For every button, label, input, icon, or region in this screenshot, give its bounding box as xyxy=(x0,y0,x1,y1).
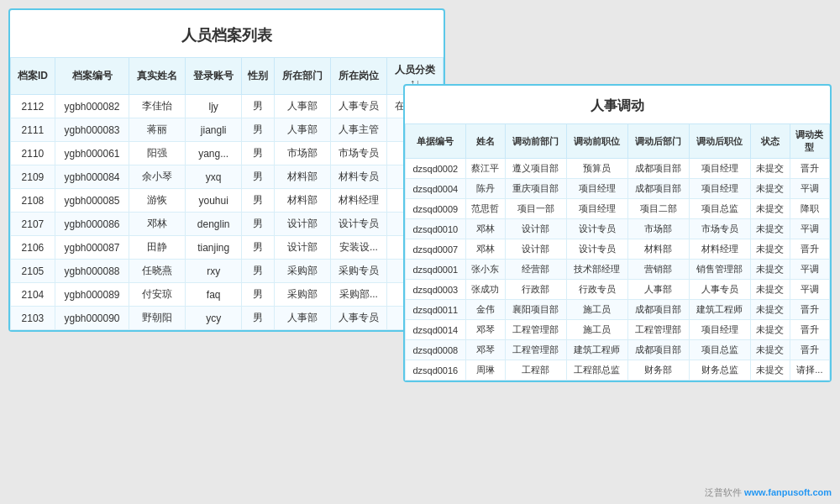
col-to-pos: 调动后职位 xyxy=(689,124,750,159)
transfer-to-pos: 项目总监 xyxy=(689,199,750,219)
archive-account: rxy xyxy=(186,260,242,283)
archive-row[interactable]: 2108 ygbh000085 游恢 youhui 男 材料部 材料经理 xyxy=(11,189,444,213)
transfer-to-pos: 项目经理 xyxy=(689,159,750,179)
transfer-name[interactable]: 周琳 xyxy=(465,360,505,381)
archive-row[interactable]: 2103 ygbh000090 野朝阳 ycy 男 人事部 人事专员 xyxy=(11,307,444,330)
transfer-row[interactable]: dzsqd0004 陈丹 重庆项目部 项目经理 成都项目部 项目经理 未提交 平… xyxy=(406,179,830,199)
transfer-from-pos: 工程部总监 xyxy=(566,360,627,381)
transfer-status: 未提交 xyxy=(750,199,790,219)
transfer-row[interactable]: dzsqd0011 金伟 襄阳项目部 施工员 成都项目部 建筑工程师 未提交 晋… xyxy=(406,300,830,320)
transfer-doc-id[interactable]: dzsqd0008 xyxy=(406,340,466,360)
transfer-row[interactable]: dzsqd0003 张成功 行政部 行政专员 人事部 人事专员 未提交 平调 xyxy=(406,280,830,300)
transfer-type: 晋升 xyxy=(790,159,829,179)
watermark-url: www.fanpusoft.com xyxy=(744,487,832,497)
archive-dept: 采购部 xyxy=(274,283,330,307)
transfer-row[interactable]: dzsqd0007 邓林 设计部 设计专员 材料部 材料经理 未提交 晋升 xyxy=(406,239,830,260)
col-transfer-type: 调动类型 xyxy=(790,124,829,159)
transfer-type: 平调 xyxy=(790,219,829,239)
col-doc-id: 单据编号 xyxy=(406,124,466,159)
col-from-pos: 调动前职位 xyxy=(566,124,627,159)
archive-dept: 人事部 xyxy=(274,118,330,142)
transfer-row[interactable]: dzsqd0008 邓琴 工程管理部 建筑工程师 成都项目部 项目总监 未提交 … xyxy=(406,340,830,360)
transfer-doc-id[interactable]: dzsqd0011 xyxy=(406,300,466,320)
archive-position: 材料专员 xyxy=(330,165,386,189)
archive-name[interactable]: 田静 xyxy=(129,236,186,260)
archive-code: ygbh000083 xyxy=(55,118,129,142)
transfer-to-dept: 成都项目部 xyxy=(627,300,689,320)
archive-name[interactable]: 余小琴 xyxy=(129,165,186,189)
archive-name[interactable]: 付安琼 xyxy=(129,283,186,307)
transfer-doc-id[interactable]: dzsqd0014 xyxy=(406,320,466,340)
archive-row[interactable]: 2112 ygbh000082 李佳怡 ljy 男 人事部 人事专员 在职人员 xyxy=(11,95,444,118)
archive-position: 采购部... xyxy=(330,283,386,307)
archive-name[interactable]: 阳强 xyxy=(129,142,186,165)
transfer-doc-id[interactable]: dzsqd0002 xyxy=(406,159,466,179)
transfer-name[interactable]: 金伟 xyxy=(465,300,505,320)
archive-id: 2109 xyxy=(11,165,55,189)
archive-name[interactable]: 任晓燕 xyxy=(129,260,186,283)
transfer-name[interactable]: 张成功 xyxy=(465,280,505,300)
transfer-row[interactable]: dzsqd0014 邓琴 工程管理部 施工员 工程管理部 项目经理 未提交 晋升 xyxy=(406,320,830,340)
transfer-row[interactable]: dzsqd0010 邓林 设计部 设计专员 市场部 市场专员 未提交 平调 xyxy=(406,219,830,239)
transfer-doc-id[interactable]: dzsqd0009 xyxy=(406,199,466,219)
archive-account: yang... xyxy=(186,142,242,165)
archive-dept: 人事部 xyxy=(274,95,330,118)
transfer-from-dept: 工程管理部 xyxy=(505,320,566,340)
archive-row[interactable]: 2107 ygbh000086 邓林 denglin 男 设计部 设计专员 xyxy=(11,213,444,236)
transfer-to-dept: 市场部 xyxy=(627,219,689,239)
transfer-to-pos: 建筑工程师 xyxy=(689,300,750,320)
transfer-to-dept: 成都项目部 xyxy=(627,159,689,179)
archive-row[interactable]: 2105 ygbh000088 任晓燕 rxy 男 采购部 采购专员 xyxy=(11,260,444,283)
archive-name[interactable]: 野朝阳 xyxy=(129,307,186,330)
transfer-name[interactable]: 陈丹 xyxy=(465,179,505,199)
archive-name[interactable]: 蒋丽 xyxy=(129,118,186,142)
transfer-doc-id[interactable]: dzsqd0010 xyxy=(406,219,466,239)
transfer-name[interactable]: 邓琴 xyxy=(465,320,505,340)
transfer-row[interactable]: dzsqd0009 范思哲 项目一部 项目经理 项目二部 项目总监 未提交 降职 xyxy=(406,199,830,219)
archive-dept: 市场部 xyxy=(274,142,330,165)
archive-row[interactable]: 2111 ygbh000083 蒋丽 jiangli 男 人事部 人事主管 xyxy=(11,118,444,142)
transfer-row[interactable]: dzsqd0016 周琳 工程部 工程部总监 财务部 财务总监 未提交 请择..… xyxy=(406,360,830,381)
transfer-name[interactable]: 范思哲 xyxy=(465,199,505,219)
archive-row[interactable]: 2106 ygbh000087 田静 tianjing 男 设计部 安装设... xyxy=(11,236,444,260)
transfer-row[interactable]: dzsqd0002 蔡江平 遵义项目部 预算员 成都项目部 项目经理 未提交 晋… xyxy=(406,159,830,179)
transfer-type: 晋升 xyxy=(790,340,829,360)
transfer-to-dept: 项目二部 xyxy=(627,199,689,219)
archive-dept: 材料部 xyxy=(274,165,330,189)
left-panel-title: 人员档案列表 xyxy=(10,10,444,57)
transfer-name[interactable]: 邓琴 xyxy=(465,340,505,360)
transfer-name[interactable]: 邓林 xyxy=(465,219,505,239)
transfer-from-dept: 行政部 xyxy=(505,280,566,300)
transfer-from-pos: 预算员 xyxy=(566,159,627,179)
archive-id: 2103 xyxy=(11,307,55,330)
archive-position: 人事主管 xyxy=(330,118,386,142)
archive-name[interactable]: 游恢 xyxy=(129,189,186,213)
transfer-from-dept: 工程管理部 xyxy=(505,340,566,360)
transfer-doc-id[interactable]: dzsqd0004 xyxy=(406,179,466,199)
transfer-to-pos: 项目经理 xyxy=(689,179,750,199)
archive-position: 材料经理 xyxy=(330,189,386,213)
archive-name[interactable]: 李佳怡 xyxy=(129,95,186,118)
archive-id: 2112 xyxy=(11,95,55,118)
transfer-name[interactable]: 邓林 xyxy=(465,239,505,260)
transfer-to-dept: 成都项目部 xyxy=(627,340,689,360)
archive-name[interactable]: 邓林 xyxy=(129,213,186,236)
transfer-doc-id[interactable]: dzsqd0016 xyxy=(406,360,466,381)
transfer-doc-id[interactable]: dzsqd0001 xyxy=(406,260,466,280)
archive-dept: 设计部 xyxy=(274,236,330,260)
archive-id: 2105 xyxy=(11,260,55,283)
archive-code: ygbh000061 xyxy=(55,142,129,165)
archive-row[interactable]: 2110 ygbh000061 阳强 yang... 男 市场部 市场专员 xyxy=(11,142,444,165)
archive-row[interactable]: 2104 ygbh000089 付安琼 faq 男 采购部 采购部... xyxy=(11,283,444,307)
transfer-status: 未提交 xyxy=(750,280,790,300)
archive-account: yxq xyxy=(186,165,242,189)
col-status: 状态 xyxy=(750,124,790,159)
transfer-name[interactable]: 蔡江平 xyxy=(465,159,505,179)
transfer-status: 未提交 xyxy=(750,239,790,260)
transfer-row[interactable]: dzsqd0001 张小东 经营部 技术部经理 营销部 销售管理部 未提交 平调 xyxy=(406,260,830,280)
transfer-doc-id[interactable]: dzsqd0003 xyxy=(406,280,466,300)
transfer-name[interactable]: 张小东 xyxy=(465,260,505,280)
archive-row[interactable]: 2109 ygbh000084 余小琴 yxq 男 材料部 材料专员 xyxy=(11,165,444,189)
archive-code: ygbh000090 xyxy=(55,307,129,330)
transfer-doc-id[interactable]: dzsqd0007 xyxy=(406,239,466,260)
